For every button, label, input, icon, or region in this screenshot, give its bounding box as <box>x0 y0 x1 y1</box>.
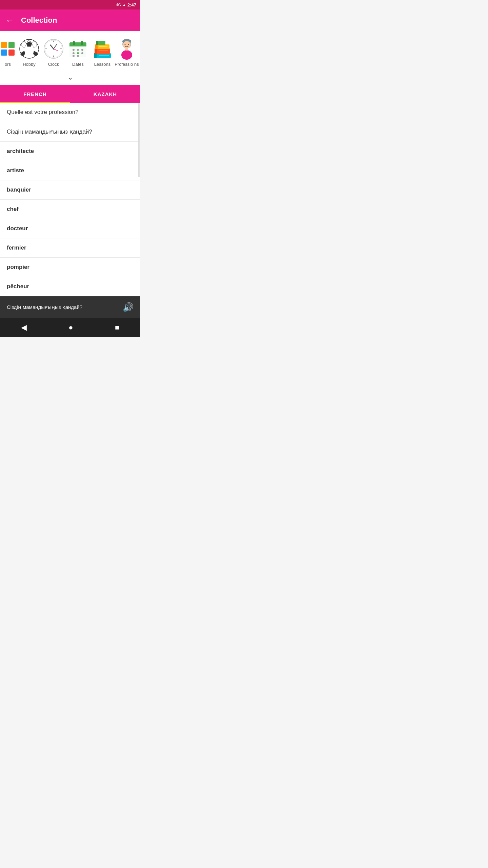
app-bar: ← Collection <box>0 9 140 31</box>
category-item-quiz[interactable]: Q ui z <box>139 37 140 68</box>
svg-rect-49 <box>95 48 97 54</box>
list-item[interactable]: fermier <box>0 238 140 258</box>
list-item[interactable]: chef <box>0 200 140 219</box>
category-item-dates[interactable]: Dates <box>66 37 90 68</box>
nav-back-icon: ◀ <box>21 323 27 332</box>
word-text: artiste <box>7 167 24 174</box>
category-scroll[interactable]: ors <box>0 31 140 71</box>
nav-recents-icon: ■ <box>115 323 119 332</box>
svg-rect-2 <box>1 50 7 56</box>
svg-rect-0 <box>1 42 7 48</box>
list-item[interactable]: docteur <box>0 219 140 238</box>
time-display: 2:47 <box>127 2 136 7</box>
battery-icon: ▲ <box>122 3 126 7</box>
word-text: Quelle est votre profession? <box>7 109 79 115</box>
chevron-down-icon: ⌄ <box>67 73 73 81</box>
word-text: Сіздің мамандығыңыз қандай? <box>7 129 92 135</box>
category-item-clock[interactable]: Clock <box>41 37 66 68</box>
list-item[interactable]: Quelle est votre profession? <box>0 103 140 122</box>
svg-point-39 <box>77 49 79 51</box>
svg-point-62 <box>121 50 132 60</box>
svg-point-40 <box>81 49 83 51</box>
svg-rect-34 <box>73 41 75 45</box>
back-icon: ← <box>5 15 14 26</box>
audio-bar: Сіздің мамандығыңыз қандай? 🔊 <box>0 296 140 318</box>
category-item-lessons[interactable]: Lessons <box>90 37 115 68</box>
svg-point-43 <box>81 52 83 54</box>
expand-categories-button[interactable]: ⌄ <box>0 71 140 85</box>
tab-kazakh-label: KAZAKH <box>94 91 117 97</box>
dates-label: Dates <box>72 62 84 67</box>
nav-bar: ◀ ● ■ <box>0 318 140 337</box>
list-item[interactable]: pêcheur <box>0 277 140 296</box>
back-button[interactable]: ← <box>5 15 14 26</box>
status-icons: 4G ▲ 2:47 <box>116 2 136 7</box>
list-item[interactable]: Сіздің мамандығыңыз қандай? <box>0 122 140 142</box>
list-item[interactable]: architecte <box>0 142 140 161</box>
hobby-label: Hobby <box>23 62 36 67</box>
professions-icon <box>116 38 138 60</box>
svg-point-61 <box>128 44 129 45</box>
clock-icon <box>43 38 64 60</box>
category-item-professions[interactable]: Professio ns <box>115 37 139 68</box>
list-item[interactable]: banquier <box>0 180 140 200</box>
dates-icon <box>67 38 89 60</box>
category-item-colors[interactable]: ors <box>0 37 17 68</box>
audio-phrase-text: Сіздің мамандығыңыз қандай? <box>7 304 82 310</box>
word-text: fermier <box>7 244 26 251</box>
scrollbar <box>138 103 140 177</box>
hobby-icon <box>18 38 40 60</box>
svg-rect-63 <box>125 48 128 51</box>
svg-rect-53 <box>96 41 98 45</box>
list-item[interactable]: pompier <box>0 258 140 277</box>
svg-point-38 <box>73 49 75 51</box>
tab-kazakh[interactable]: KAZAKH <box>70 85 140 103</box>
language-tabs: FRENCH KAZAKH <box>0 85 140 103</box>
colors-icon <box>0 38 17 60</box>
tab-french-label: FRENCH <box>23 91 47 97</box>
svg-rect-35 <box>81 41 83 45</box>
lessons-icon <box>92 38 113 60</box>
word-text: banquier <box>7 186 31 193</box>
status-bar: 4G ▲ 2:47 <box>0 0 140 9</box>
audio-play-button[interactable]: 🔊 <box>123 302 134 313</box>
svg-point-30 <box>53 48 55 50</box>
lessons-label: Lessons <box>94 62 110 67</box>
category-item-hobby[interactable]: Hobby <box>17 37 41 68</box>
svg-point-41 <box>73 52 75 54</box>
word-text: chef <box>7 206 19 212</box>
svg-point-59 <box>123 41 130 48</box>
svg-rect-51 <box>95 44 98 49</box>
word-list: Quelle est votre profession? Сіздің мама… <box>0 103 140 296</box>
svg-point-45 <box>77 55 79 57</box>
svg-rect-47 <box>94 53 97 58</box>
app-title: Collection <box>21 16 57 25</box>
word-text: architecte <box>7 148 34 154</box>
nav-recents-button[interactable]: ■ <box>115 323 119 332</box>
tab-french[interactable]: FRENCH <box>0 85 70 103</box>
word-text: pompier <box>7 264 29 270</box>
nav-home-icon: ● <box>68 323 73 332</box>
nav-back-button[interactable]: ◀ <box>21 323 27 332</box>
word-text: pêcheur <box>7 283 29 290</box>
svg-point-60 <box>125 44 126 45</box>
colors-label: ors <box>5 62 11 67</box>
nav-home-button[interactable]: ● <box>68 323 73 332</box>
svg-rect-1 <box>8 42 15 48</box>
clock-label: Clock <box>48 62 59 67</box>
svg-rect-3 <box>8 50 15 56</box>
list-item[interactable]: artiste <box>0 161 140 180</box>
svg-point-44 <box>73 55 75 57</box>
quiz-icon <box>139 38 140 60</box>
professions-label: Professio ns <box>115 62 139 67</box>
svg-point-42 <box>77 52 79 54</box>
word-text: docteur <box>7 225 28 232</box>
signal-icon: 4G <box>116 3 121 7</box>
